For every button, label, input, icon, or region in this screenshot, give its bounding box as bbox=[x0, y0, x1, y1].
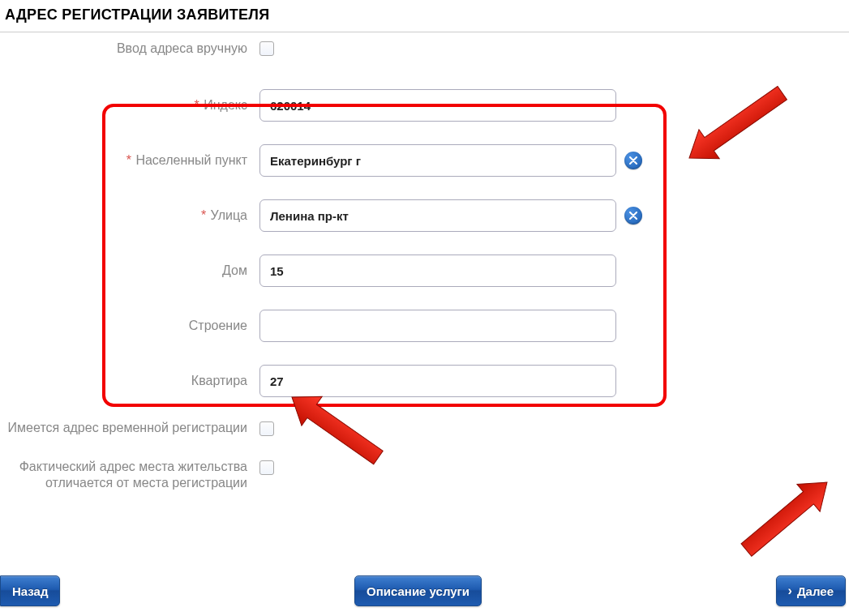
row-building: Строение bbox=[0, 310, 849, 342]
buttons-row: Назад Описание услуги › Далее bbox=[0, 575, 849, 606]
close-icon bbox=[629, 156, 637, 165]
row-temp-registration: Имеется адрес временной регистрации bbox=[0, 420, 849, 436]
checkbox-temp-registration[interactable] bbox=[259, 421, 274, 436]
input-flat[interactable] bbox=[259, 365, 616, 397]
label-street: * Улица bbox=[0, 207, 259, 224]
label-locality: * Населенный пункт bbox=[0, 152, 259, 169]
row-manual-entry: Ввод адреса вручную bbox=[0, 41, 849, 57]
chevron-right-icon: › bbox=[788, 584, 792, 598]
label-index: * Индекс bbox=[0, 97, 259, 113]
page-title: АДРЕС РЕГИСТРАЦИИ ЗАЯВИТЕЛЯ bbox=[5, 6, 844, 24]
label-flat: Квартира bbox=[0, 373, 259, 389]
row-street: * Улица bbox=[0, 199, 849, 232]
form-area: Ввод адреса вручную * Индекс * Населенны… bbox=[0, 32, 849, 491]
close-icon bbox=[629, 212, 637, 220]
input-locality[interactable] bbox=[259, 144, 616, 177]
next-button[interactable]: › Далее bbox=[776, 575, 846, 606]
page-header: АДРЕС РЕГИСТРАЦИИ ЗАЯВИТЕЛЯ bbox=[0, 0, 849, 32]
row-house: Дом bbox=[0, 255, 849, 287]
input-index[interactable] bbox=[259, 89, 616, 122]
input-house[interactable] bbox=[259, 255, 616, 287]
checkbox-manual-entry[interactable] bbox=[259, 41, 274, 56]
label-house: Дом bbox=[0, 263, 259, 279]
row-actual-address: Фактический адрес места жительства отлич… bbox=[0, 459, 849, 491]
row-flat: Квартира bbox=[0, 365, 849, 397]
row-locality: * Населенный пункт bbox=[0, 144, 849, 177]
description-button[interactable]: Описание услуги bbox=[354, 575, 482, 606]
label-temp-registration: Имеется адрес временной регистрации bbox=[0, 420, 259, 436]
row-index: * Индекс bbox=[0, 89, 849, 122]
checkbox-actual-address[interactable] bbox=[259, 460, 274, 475]
label-building: Строение bbox=[0, 318, 259, 334]
clear-locality-button[interactable] bbox=[624, 152, 642, 169]
input-street[interactable] bbox=[259, 199, 616, 232]
label-manual-entry: Ввод адреса вручную bbox=[0, 41, 259, 57]
label-actual-address: Фактический адрес места жительства отлич… bbox=[0, 459, 259, 491]
input-building[interactable] bbox=[259, 310, 616, 342]
clear-street-button[interactable] bbox=[624, 207, 642, 225]
back-button[interactable]: Назад bbox=[0, 575, 60, 606]
